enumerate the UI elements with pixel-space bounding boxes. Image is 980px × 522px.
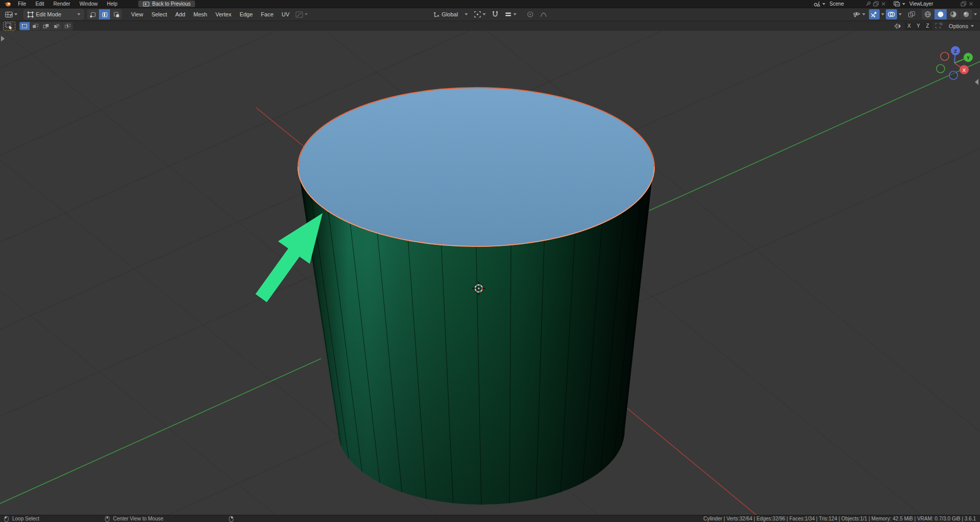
rendered-shading-button[interactable] [960, 9, 972, 19]
xray-toggle[interactable] [906, 9, 917, 19]
mirror-z-button[interactable]: Z [923, 22, 932, 30]
editor-type-caret-icon [14, 13, 17, 15]
remove-view-layer-icon[interactable] [969, 2, 973, 6]
menu-edit[interactable]: Edit [31, 0, 49, 8]
menu-edge[interactable]: Edge [236, 8, 257, 21]
mode-caret-icon [77, 13, 80, 15]
scene-icon [814, 1, 820, 7]
blender-logo-icon[interactable] [3, 1, 12, 7]
vertex-select-mode-button[interactable] [87, 9, 98, 19]
view-layer-caret-icon [902, 3, 905, 5]
show-gizmo-toggle[interactable] [869, 9, 880, 19]
visibility-eye-icon [853, 11, 861, 18]
mouse-middle-icon [105, 516, 110, 522]
edge-select-icon [101, 11, 108, 18]
gizmo-caret-icon[interactable] [881, 13, 884, 15]
snap-toggle-button[interactable] [489, 9, 500, 19]
view-layer-name[interactable]: ViewLayer [907, 1, 958, 7]
viewport-menus: View Select Add Mesh Vertex Edge Face UV [127, 8, 293, 21]
menu-help[interactable]: Help [102, 0, 122, 8]
shading-mode-group [922, 9, 972, 19]
snap-base-icon[interactable] [935, 23, 943, 29]
wireframe-shading-button[interactable] [922, 9, 934, 19]
active-tool-button[interactable] [3, 22, 15, 31]
mirror-icon[interactable] [894, 23, 902, 29]
menu-select[interactable]: Select [147, 8, 172, 21]
menu-add[interactable]: Add [171, 8, 189, 21]
menu-window[interactable]: Window [75, 0, 102, 8]
menu-face[interactable]: Face [257, 8, 278, 21]
solid-shading-button[interactable] [934, 9, 947, 19]
gizmo-neg-x-ball[interactable] [941, 52, 949, 60]
mode-label: Edit Mode [36, 11, 75, 17]
menu-view[interactable]: View [127, 8, 147, 21]
editor-type-button[interactable] [3, 9, 19, 19]
mesh-select-mode-group [87, 9, 122, 19]
mirror-y-button[interactable]: Y [914, 22, 923, 30]
proportional-falloff-button[interactable] [293, 9, 310, 19]
view-layer-selector[interactable]: ViewLayer [889, 0, 977, 8]
xray-icon [908, 11, 915, 18]
center-view-label: Center View to Mouse [113, 516, 163, 521]
status-bar: Loop Select Center View to Mouse Cylinde… [0, 515, 980, 522]
tool-options-cluster: X Y Z Options [894, 22, 977, 30]
menu-mesh[interactable]: Mesh [189, 8, 211, 21]
scene-name[interactable]: Scene [827, 1, 863, 7]
pin-icon[interactable] [865, 1, 871, 7]
shading-caret-icon[interactable] [974, 13, 977, 15]
menu-uv[interactable]: UV [278, 8, 293, 21]
face-select-mode-button[interactable] [111, 9, 122, 19]
keymap-hint-center-view: Center View to Mouse [105, 516, 163, 522]
menu-render[interactable]: Render [49, 0, 75, 8]
mode-dropdown[interactable]: Edit Mode [24, 9, 84, 19]
select-extend-button[interactable] [30, 22, 40, 30]
show-overlays-toggle[interactable] [886, 9, 897, 19]
scene-selector[interactable]: Scene [809, 0, 889, 8]
keymap-hint-right-mouse [229, 516, 237, 522]
overlays-icon [887, 11, 896, 18]
pivot-caret-icon [482, 13, 485, 15]
menu-vertex[interactable]: Vertex [211, 8, 236, 21]
3d-viewport[interactable]: Z Y X [0, 31, 980, 515]
options-label: Options [949, 23, 968, 29]
overlays-caret-icon[interactable] [899, 13, 902, 15]
options-dropdown[interactable]: Options [946, 23, 977, 29]
snap-target-dropdown[interactable] [502, 9, 518, 19]
orientation-label: Global [442, 11, 458, 17]
proportional-editing-icon [526, 11, 534, 18]
show-object-types-dropdown[interactable] [850, 9, 867, 19]
edge-select-mode-button[interactable] [99, 9, 110, 19]
select-invert-button[interactable] [52, 22, 62, 30]
mirror-x-button[interactable]: X [905, 22, 913, 30]
scene-statistics: Cylinder | Verts:32/64 | Edges:32/96 | F… [704, 516, 976, 521]
viewport-header: Edit Mode View Select Add Mesh Vert [0, 8, 980, 20]
select-intersect-button[interactable] [62, 22, 73, 30]
select-set-button[interactable] [19, 22, 30, 30]
rendered-icon [963, 11, 970, 18]
new-scene-icon[interactable] [873, 1, 879, 7]
selected-top-face[interactable] [298, 88, 654, 246]
new-view-layer-icon[interactable] [961, 1, 967, 7]
gizmo-icon [870, 11, 878, 18]
cylinder-mesh[interactable] [298, 88, 654, 505]
gizmo-neg-z-ball[interactable] [949, 71, 957, 79]
view-layer-icon [893, 1, 900, 7]
mouse-left-icon [4, 516, 9, 522]
select-subtract-button[interactable] [41, 22, 51, 30]
menu-file[interactable]: File [13, 0, 31, 8]
loop-select-label: Loop Select [12, 516, 39, 521]
back-screen-icon [143, 2, 150, 7]
material-preview-shading-button[interactable] [947, 9, 960, 19]
gizmo-neg-y-ball[interactable] [936, 65, 945, 73]
proportional-editing-toggle[interactable] [524, 9, 536, 19]
back-to-previous-button[interactable]: Back to Previous [138, 1, 195, 7]
face-select-icon [113, 11, 120, 18]
viewport-scene[interactable]: Z Y X [0, 31, 980, 515]
gizmo-y-label: Y [967, 55, 970, 60]
gizmo-x-label: X [963, 68, 966, 73]
transform-cluster: Global [431, 9, 549, 19]
unlink-scene-icon[interactable] [881, 2, 886, 6]
pivot-point-dropdown[interactable] [472, 9, 487, 19]
proportional-falloff-curve-button[interactable] [538, 9, 549, 19]
transform-orientation-dropdown[interactable]: Global [431, 9, 470, 19]
